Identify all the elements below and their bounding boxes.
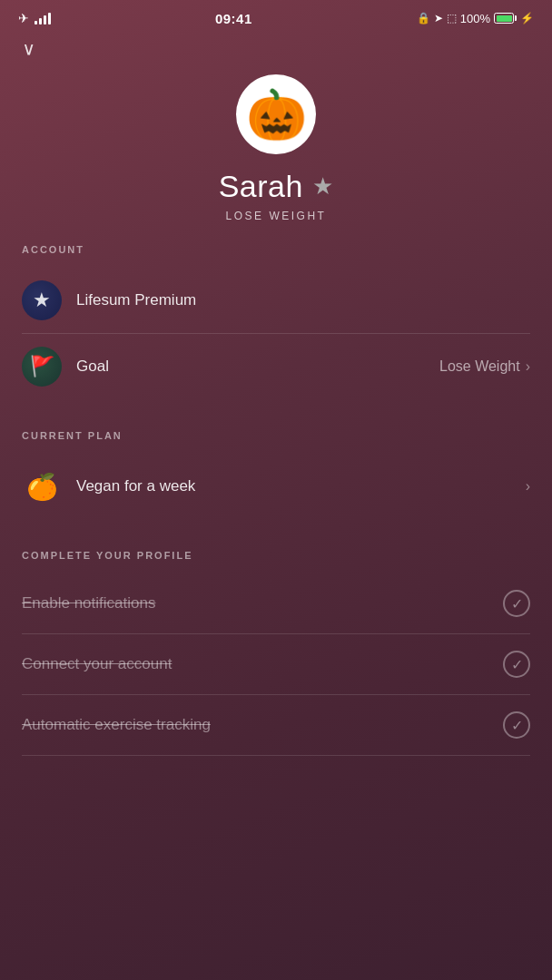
status-left: ✈ <box>18 11 51 25</box>
airplay-icon: ⬚ <box>447 12 457 24</box>
gap-2 <box>0 528 552 550</box>
complete-profile-section: COMPLETE YOUR PROFILE Enable notificatio… <box>0 550 552 756</box>
connect-account-label: Connect your account <box>22 655 503 673</box>
vegan-plan-item[interactable]: 🍊 Vegan for a week › <box>22 454 530 519</box>
signal-bar-4 <box>48 13 51 24</box>
check-icon-3: ✓ <box>511 717 523 734</box>
airplane-icon: ✈ <box>18 11 29 25</box>
enable-notifications-item[interactable]: Enable notifications ✓ <box>22 573 530 634</box>
back-area: ∧ <box>0 33 552 65</box>
account-section: ACCOUNT ★ Lifesum Premium 🚩 Goal Lose We… <box>0 244 552 399</box>
battery-icon <box>494 13 517 24</box>
avatar: 🎃 <box>236 74 316 154</box>
user-name-container: Sarah ★ <box>219 169 334 204</box>
plan-chevron-icon: › <box>526 478 530 495</box>
exercise-tracking-check: ✓ <box>503 711 530 739</box>
current-plan-section-header: CURRENT PLAN <box>22 430 530 441</box>
status-right: 🔒 ➤ ⬚ 100% ⚡ <box>417 12 534 25</box>
battery-percent: 100% <box>460 12 490 25</box>
signal-bars <box>34 12 51 24</box>
exercise-tracking-item[interactable]: Automatic exercise tracking ✓ <box>22 695 530 756</box>
gap-1 <box>0 408 552 430</box>
connect-account-item[interactable]: Connect your account ✓ <box>22 634 530 695</box>
connect-account-check: ✓ <box>503 651 530 678</box>
status-time: 09:41 <box>215 11 252 26</box>
back-button[interactable]: ∧ <box>22 40 35 62</box>
current-plan-section: CURRENT PLAN 🍊 Vegan for a week › <box>0 430 552 519</box>
charging-icon: ⚡ <box>520 12 534 24</box>
user-goal-label: LOSE WEIGHT <box>226 210 327 222</box>
goal-item[interactable]: 🚩 Goal Lose Weight › <box>22 334 530 399</box>
plan-icon: 🍊 <box>22 466 62 506</box>
premium-icon-wrap: ★ <box>22 280 62 320</box>
lifesum-premium-item[interactable]: ★ Lifesum Premium <box>22 268 530 334</box>
name-star-icon: ★ <box>312 172 334 201</box>
goal-label: Goal <box>76 358 439 376</box>
status-bar: ✈ 09:41 🔒 ➤ ⬚ 100% ⚡ <box>0 0 552 33</box>
goal-chevron-icon: › <box>526 358 530 375</box>
plan-label: Vegan for a week <box>76 477 526 495</box>
exercise-tracking-label: Automatic exercise tracking <box>22 716 503 734</box>
signal-bar-2 <box>39 18 42 24</box>
goal-icon: 🚩 <box>30 355 54 378</box>
premium-star-icon: ★ <box>33 289 51 312</box>
lock-icon: 🔒 <box>417 12 430 24</box>
user-name-text: Sarah <box>219 169 303 204</box>
complete-profile-header: COMPLETE YOUR PROFILE <box>22 550 530 561</box>
location-icon: ➤ <box>434 12 443 24</box>
enable-notifications-check: ✓ <box>503 590 530 617</box>
check-icon-2: ✓ <box>511 656 523 673</box>
goal-value: Lose Weight <box>439 358 520 375</box>
premium-label: Lifesum Premium <box>76 291 530 309</box>
signal-bar-3 <box>44 15 46 24</box>
check-icon-1: ✓ <box>511 595 523 612</box>
goal-icon-wrap: 🚩 <box>22 347 62 387</box>
plan-icon-wrap: 🍊 <box>22 466 62 506</box>
account-section-header: ACCOUNT <box>22 244 530 255</box>
signal-bar-1 <box>34 21 37 24</box>
avatar-emoji: 🎃 <box>246 90 307 139</box>
enable-notifications-label: Enable notifications <box>22 594 503 612</box>
profile-section: 🎃 Sarah ★ LOSE WEIGHT <box>0 65 552 244</box>
